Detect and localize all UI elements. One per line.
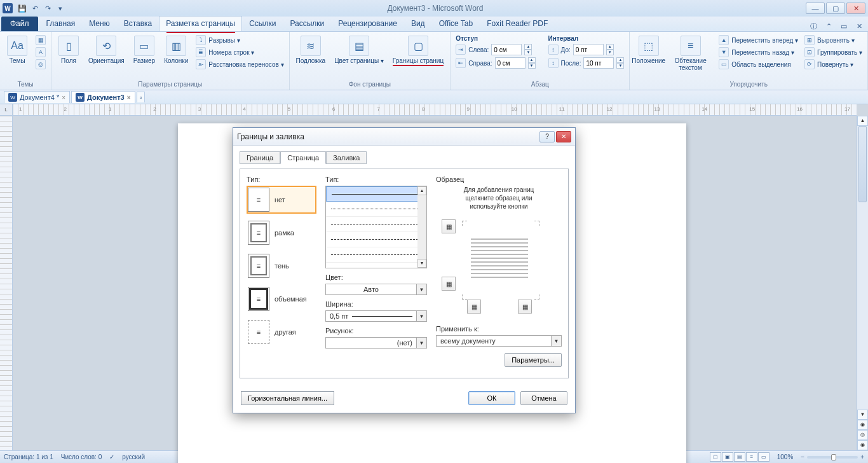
ruler-horizontal[interactable]: 121234567891011121314151617 xyxy=(13,104,857,116)
type-shadow[interactable]: ≡тень xyxy=(247,252,316,280)
tab-fill[interactable]: Заливка xyxy=(326,151,367,164)
list-scroll-up-icon[interactable]: ▲ xyxy=(417,186,426,195)
apply-combo[interactable]: всему документу▼ xyxy=(436,335,562,347)
line-numbers-button[interactable]: ≣Номера строк ▾ xyxy=(194,46,285,58)
scroll-up-icon[interactable]: ▲ xyxy=(857,116,868,126)
color-combo[interactable]: Авто▼ xyxy=(325,284,427,295)
orientation-button[interactable]: ⟲Ориентация xyxy=(86,34,127,66)
close-tab-icon[interactable]: × xyxy=(62,94,65,101)
ribbon-minimize-icon[interactable]: ⌃ xyxy=(824,21,834,31)
view-print-layout[interactable]: ▢ xyxy=(710,452,721,462)
theme-effects[interactable]: ◎ xyxy=(34,59,47,70)
next-page-icon[interactable]: ◉ xyxy=(857,440,868,450)
status-language[interactable]: русский xyxy=(122,453,145,460)
border-left-button[interactable]: ▦ xyxy=(467,300,481,314)
maximize-button[interactable]: ▢ xyxy=(826,3,845,14)
page-borders-button[interactable]: ▢Границы страниц xyxy=(390,34,446,67)
border-bottom-button[interactable]: ▦ xyxy=(442,277,456,291)
page-color-button[interactable]: ▤Цвет страницы ▾ xyxy=(332,34,386,66)
line-style-list[interactable]: ▲▼ xyxy=(325,186,427,268)
status-words[interactable]: Число слов: 0 xyxy=(61,453,102,460)
line-style-dashed2[interactable] xyxy=(326,232,426,247)
tab-references[interactable]: Ссылки xyxy=(242,16,283,31)
close-button[interactable]: ✕ xyxy=(846,3,865,14)
qat-redo[interactable]: ↷ xyxy=(42,3,53,14)
dialog-help-button[interactable]: ? xyxy=(539,131,555,142)
position-button[interactable]: ⬚Положение xyxy=(634,34,663,66)
tab-menu[interactable]: Меню xyxy=(82,16,116,31)
type-box[interactable]: ≡рамка xyxy=(247,219,316,247)
ribbon-close-icon[interactable]: ✕ xyxy=(854,21,864,31)
view-web[interactable]: ▤ xyxy=(734,452,745,462)
help-icon[interactable]: ⓘ xyxy=(808,21,818,31)
zoom-slider[interactable]: − + xyxy=(801,453,864,460)
new-tab[interactable]: ▫ xyxy=(137,92,146,102)
line-style-dotted[interactable] xyxy=(326,202,426,217)
qat-menu[interactable]: ▾ xyxy=(55,3,66,14)
margins-button[interactable]: ▯Поля xyxy=(55,34,82,66)
vertical-scrollbar[interactable]: ▲ ▼ ◉ ◎ ◉ xyxy=(857,116,868,450)
prev-page-icon[interactable]: ◉ xyxy=(857,420,868,430)
bring-forward-button[interactable]: ▲Переместить вперед ▾ xyxy=(717,34,799,46)
scroll-track[interactable] xyxy=(857,126,868,410)
themes-button[interactable]: Aa Темы xyxy=(4,34,31,66)
ok-button[interactable]: ОК xyxy=(468,391,515,405)
chevron-down-icon[interactable]: ▼ xyxy=(552,335,562,347)
status-page[interactable]: Страница: 1 из 1 xyxy=(4,453,53,460)
border-top-button[interactable]: ▦ xyxy=(442,219,456,233)
doc-tab-1[interactable]: WДокумент4 *× xyxy=(4,91,70,103)
qat-undo[interactable]: ↶ xyxy=(29,3,41,14)
watermark-button[interactable]: ≋Подложка xyxy=(294,34,329,66)
cancel-button[interactable]: Отмена xyxy=(520,391,567,405)
hyphenation-button[interactable]: a-Расстановка переносов ▾ xyxy=(194,59,285,70)
options-button[interactable]: Параметры... xyxy=(505,353,562,367)
dialog-titlebar[interactable]: Границы и заливка ? ✕ xyxy=(233,128,575,146)
type-custom[interactable]: ≡другая xyxy=(247,318,316,346)
rotate-button[interactable]: ⟳Повернуть ▾ xyxy=(803,59,864,70)
list-scroll-down-icon[interactable]: ▼ xyxy=(417,259,426,268)
indent-left[interactable]: ⇥Слева:▲▼ xyxy=(454,43,536,56)
dialog-close-button[interactable]: ✕ xyxy=(556,131,571,142)
tab-mailings[interactable]: Рассылки xyxy=(283,16,331,31)
wrap-button[interactable]: ≡Обтекание текстом xyxy=(667,34,714,73)
type-none[interactable]: ≡нет xyxy=(247,186,316,214)
tab-border[interactable]: Граница xyxy=(240,151,280,164)
spacing-after-input[interactable] xyxy=(583,57,614,69)
qat-save[interactable]: 💾 xyxy=(17,3,28,14)
indent-right-input[interactable] xyxy=(495,57,526,69)
type-3d[interactable]: ≡объемная xyxy=(247,285,316,313)
chevron-down-icon[interactable]: ▼ xyxy=(417,310,427,322)
theme-colors[interactable]: ▦ xyxy=(34,34,47,46)
theme-fonts[interactable]: A xyxy=(34,46,47,58)
zoom-out-icon[interactable]: − xyxy=(801,453,804,460)
scroll-down-icon[interactable]: ▼ xyxy=(857,410,868,420)
tab-foxit[interactable]: Foxit Reader PDF xyxy=(480,16,555,31)
preview-page[interactable] xyxy=(465,223,534,293)
status-spellcheck-icon[interactable]: ✓ xyxy=(109,453,114,460)
zoom-percent[interactable]: 100% xyxy=(777,453,794,460)
preview-box[interactable]: ▦ ▦ ▦ ▦ xyxy=(442,219,556,315)
tab-page-layout[interactable]: Разметка страницы xyxy=(159,16,242,31)
tab-file[interactable]: Файл xyxy=(1,17,38,31)
doc-tab-2[interactable]: WДокумент3× xyxy=(71,91,135,103)
line-style-dashed[interactable] xyxy=(326,217,426,232)
group-button[interactable]: ⊡Группировать ▾ xyxy=(803,46,864,58)
close-tab-icon[interactable]: × xyxy=(127,94,131,101)
tab-view[interactable]: Вид xyxy=(404,16,432,31)
line-style-solid[interactable] xyxy=(326,186,426,202)
indent-left-input[interactable] xyxy=(491,44,522,55)
spacing-before-input[interactable] xyxy=(573,44,604,55)
width-combo[interactable]: 0,5 пт▼ xyxy=(325,310,427,322)
indent-right[interactable]: ⇤Справа:▲▼ xyxy=(454,57,536,69)
tab-home[interactable]: Главная xyxy=(39,16,83,31)
zoom-in-icon[interactable]: + xyxy=(860,453,864,460)
columns-button[interactable]: ▥Колонки xyxy=(161,34,191,66)
horizontal-line-button[interactable]: Горизонтальная линия... xyxy=(241,391,334,405)
minimize-button[interactable]: — xyxy=(806,3,825,14)
scroll-thumb[interactable] xyxy=(858,126,867,202)
selection-pane-button[interactable]: ▭Область выделения xyxy=(717,59,799,70)
tab-insert[interactable]: Вставка xyxy=(117,16,159,31)
size-button[interactable]: ▭Размер xyxy=(131,34,158,66)
zoom-thumb[interactable] xyxy=(831,454,836,460)
send-backward-button[interactable]: ▼Переместить назад ▾ xyxy=(717,46,799,58)
